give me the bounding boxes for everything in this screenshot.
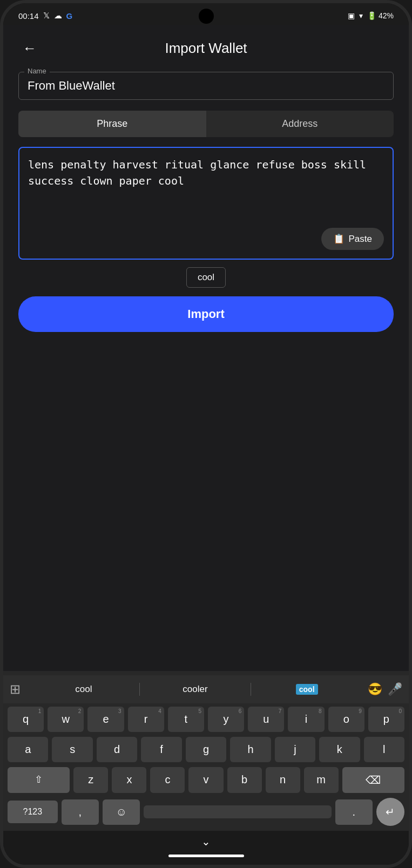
kb-row-2: a s d f g h j k l [8, 737, 404, 762]
key-j[interactable]: j [275, 737, 315, 762]
form-area: Name Phrase Address lens penalty harvest… [3, 67, 409, 338]
key-period[interactable]: . [335, 799, 373, 825]
key-z[interactable]: z [73, 767, 108, 793]
keyboard-suggestions-bar: ⊞ cool cooler cool 😎 🎤 [3, 675, 409, 703]
kb-suggestion-cooler[interactable]: cooler [140, 681, 251, 698]
key-r[interactable]: r4 [128, 707, 164, 732]
key-s[interactable]: s [52, 737, 92, 762]
tab-bar: Phrase Address [18, 111, 394, 137]
kb-row-4: ?123 , ☺ . ↵ [8, 798, 404, 826]
phrase-textarea[interactable]: lens penalty harvest ritual glance refus… [28, 157, 384, 221]
time-display: 00:14 [18, 11, 39, 21]
cloud-icon: ☁ [54, 11, 62, 21]
kb-mic-button[interactable]: 🎤 [388, 682, 402, 696]
kb-row-3: ⇧ z x c v b n m ⌫ [8, 767, 404, 793]
keyboard-area: ⊞ cool cooler cool 😎 🎤 q1 w2 e3 r4 [3, 671, 409, 831]
key-shift[interactable]: ⇧ [8, 767, 70, 793]
name-label: Name [24, 67, 50, 75]
key-d[interactable]: d [97, 737, 137, 762]
key-k[interactable]: k [319, 737, 360, 762]
key-emoji[interactable]: ☺ [103, 799, 140, 825]
key-n[interactable]: n [266, 767, 300, 793]
phrase-textarea-wrapper: lens penalty harvest ritual glance refus… [18, 147, 394, 260]
key-a[interactable]: a [8, 737, 48, 762]
paste-label: Paste [349, 234, 372, 245]
spacer [3, 338, 409, 671]
sim-icon: ▣ [348, 11, 355, 20]
tab-address[interactable]: Address [206, 111, 394, 137]
key-e[interactable]: e3 [87, 707, 124, 732]
home-bar [168, 855, 244, 857]
name-input[interactable] [28, 77, 384, 93]
key-v[interactable]: v [188, 767, 223, 793]
key-comma[interactable]: , [62, 799, 99, 825]
key-num[interactable]: ?123 [8, 801, 58, 823]
key-space[interactable] [144, 805, 331, 818]
key-f[interactable]: f [141, 737, 181, 762]
bottom-bar: ⌄ [3, 831, 409, 850]
key-l[interactable]: l [364, 737, 404, 762]
key-backspace[interactable]: ⌫ [342, 767, 404, 793]
key-m[interactable]: m [304, 767, 339, 793]
top-bar: ← Import Wallet [3, 25, 409, 67]
page-title: Import Wallet [165, 40, 247, 57]
key-t[interactable]: t5 [168, 707, 204, 732]
wifi-icon: ▾ [359, 11, 363, 20]
kb-suggestion-cool[interactable]: cool [28, 681, 139, 698]
keyboard-rows: q1 w2 e3 r4 t5 y6 u7 i8 o9 p0 a s d f [3, 703, 409, 826]
keyboard-grid-icon[interactable]: ⊞ [10, 682, 21, 697]
key-b[interactable]: b [227, 767, 262, 793]
key-u[interactable]: u7 [248, 707, 284, 732]
status-right: ▣ ▾ 🔋 42% [348, 11, 394, 20]
key-w[interactable]: w2 [48, 707, 84, 732]
tab-phrase[interactable]: Phrase [18, 111, 206, 137]
key-c[interactable]: c [150, 767, 185, 793]
battery-display: 🔋 42% [367, 11, 394, 20]
kb-cool-badge[interactable]: cool [251, 681, 362, 698]
key-i[interactable]: i8 [288, 707, 324, 732]
home-indicator [3, 850, 409, 865]
key-g[interactable]: g [186, 737, 226, 762]
back-button[interactable]: ← [18, 38, 41, 59]
twitter-icon: 𝕏 [43, 11, 50, 21]
key-p[interactable]: p0 [368, 707, 404, 732]
suggestion-chip-cool[interactable]: cool [186, 267, 226, 288]
key-o[interactable]: o9 [328, 707, 364, 732]
import-button[interactable]: Import [18, 296, 394, 332]
key-h[interactable]: h [230, 737, 271, 762]
suggestion-bar: cool [18, 267, 394, 288]
paste-button[interactable]: 📋 Paste [321, 228, 384, 250]
name-field-wrapper: Name [18, 72, 394, 100]
paste-icon: 📋 [333, 233, 345, 245]
key-q[interactable]: q1 [8, 707, 44, 732]
key-x[interactable]: x [112, 767, 146, 793]
status-left: 00:14 𝕏 ☁ G [18, 11, 72, 21]
kb-row-1: q1 w2 e3 r4 t5 y6 u7 i8 o9 p0 [8, 707, 404, 732]
kb-emoji-button[interactable]: 😎 [368, 682, 382, 696]
chevron-down-icon[interactable]: ⌄ [201, 835, 211, 848]
key-y[interactable]: y6 [208, 707, 244, 732]
key-enter[interactable]: ↵ [376, 798, 404, 826]
google-icon: G [66, 11, 73, 21]
